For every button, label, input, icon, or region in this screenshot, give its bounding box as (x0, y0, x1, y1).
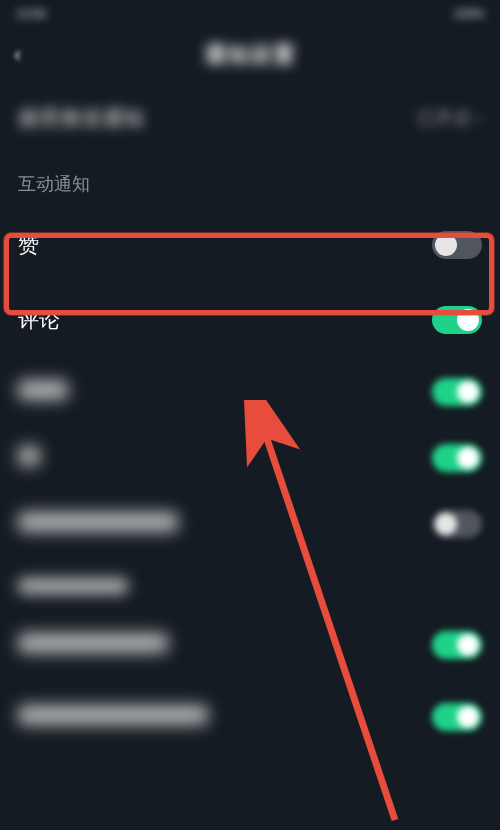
push-label: 接受推送通知 (18, 104, 144, 132)
row-5 (0, 488, 500, 560)
status-left: 13:50 (16, 7, 46, 21)
row-7-label (18, 705, 208, 730)
row-6-toggle[interactable] (432, 631, 482, 659)
like-label: 赞 (18, 231, 39, 259)
chevron-right-icon: › (477, 109, 482, 127)
status-right: 100% (453, 7, 484, 21)
row-7 (0, 681, 500, 753)
push-value: 已开启 › (417, 106, 482, 130)
comment-label: 评论 (18, 306, 60, 334)
page-title: 通知设置 (204, 40, 296, 70)
section-2-title (0, 560, 500, 609)
row-7-toggle[interactable] (432, 703, 482, 731)
row-3-label (18, 380, 68, 405)
row-6 (0, 609, 500, 681)
row-3-toggle[interactable] (432, 378, 482, 406)
like-toggle[interactable] (432, 231, 482, 259)
row-3 (0, 356, 500, 428)
back-icon[interactable]: ‹ (14, 42, 21, 68)
comment-row: 评论 (0, 284, 500, 356)
push-notification-row[interactable]: 接受推送通知 已开启 › (0, 82, 500, 154)
comment-toggle[interactable] (432, 306, 482, 334)
row-4 (0, 428, 500, 488)
row-6-label (18, 633, 168, 658)
row-5-label (18, 512, 178, 537)
header: ‹ 通知设置 (0, 28, 500, 82)
status-bar: 13:50 100% (0, 0, 500, 28)
like-row: 赞 (0, 206, 500, 284)
row-4-toggle[interactable] (432, 444, 482, 472)
section-interaction-title: 互动通知 (0, 154, 500, 206)
row-4-label (18, 446, 40, 471)
row-5-toggle[interactable] (432, 510, 482, 538)
